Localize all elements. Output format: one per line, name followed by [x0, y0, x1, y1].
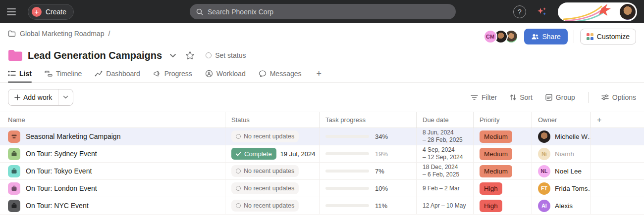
member-avatar-stack[interactable]: CM [483, 30, 518, 43]
task-name[interactable]: Seasonal Marketing Campaign [26, 132, 120, 140]
column-header-owner[interactable]: Owner [532, 112, 591, 128]
priority-cell[interactable]: Medium [474, 145, 532, 162]
status-ring-icon [236, 186, 241, 191]
due-date-cell[interactable]: 18 Dec, 2024– 6 Feb, 2025 [417, 163, 474, 179]
table-row[interactable]: On Tour: Sydney Event Complete 19 Jul, 2… [0, 145, 644, 163]
owner-cell[interactable]: NL Noel Lee [532, 163, 591, 179]
status-cell[interactable]: No recent updates [225, 197, 320, 214]
status-pill[interactable]: No recent updates [231, 130, 299, 142]
favorite-star-icon[interactable] [184, 49, 196, 61]
phoenix-illustration-icon [560, 2, 618, 21]
owner-name: Alexis [555, 202, 573, 210]
name-cell[interactable]: On Tour: NYC Event [0, 197, 225, 214]
status-pill[interactable]: No recent updates [231, 165, 299, 177]
ai-sparkle-icon[interactable] [535, 5, 549, 19]
add-work-button[interactable]: Add work [8, 89, 58, 105]
tab-label: Timeline [56, 70, 82, 78]
priority-pill[interactable]: Medium [480, 130, 512, 143]
due-date-cell[interactable]: 4 Sep, 2024– 12 Sep, 2024 [417, 145, 474, 162]
check-icon [236, 152, 241, 156]
tab-dashboard[interactable]: Dashboard [95, 65, 140, 82]
owner-cell[interactable]: Michelle W… [532, 128, 591, 145]
status-cell[interactable]: No recent updates [225, 128, 320, 145]
table-row[interactable]: On Tour: London Event No recent updates … [0, 180, 644, 197]
name-cell[interactable]: On Tour: London Event [0, 180, 225, 197]
account-pill[interactable] [558, 2, 637, 21]
table-row[interactable]: Seasonal Marketing Campaign No recent up… [0, 128, 644, 145]
share-button[interactable]: Share [524, 29, 568, 44]
filter-button[interactable]: Filter [471, 93, 497, 101]
due-date-cell[interactable]: 8 Jun, 2024– 28 Feb, 2025 [417, 128, 474, 145]
hamburger-menu-icon[interactable] [7, 6, 19, 18]
status-pill[interactable]: No recent updates [231, 182, 299, 194]
priority-cell[interactable]: High [474, 197, 532, 214]
status-cell[interactable]: No recent updates [225, 163, 320, 179]
divider [588, 92, 589, 103]
priority-cell[interactable]: Medium [474, 163, 532, 179]
due-date-cell[interactable]: 12 Apr – 10 May [417, 197, 474, 214]
due-date-start: 4 Sep, 2024 [423, 146, 463, 154]
tab-list[interactable]: List [8, 65, 32, 82]
table-row[interactable]: On Tour: Tokyo Event No recent updates 7… [0, 163, 644, 180]
due-date-cell[interactable]: 9 Feb – 2 Mar [417, 180, 474, 197]
column-header-priority[interactable]: Priority [474, 112, 532, 128]
priority-pill[interactable]: High [480, 182, 502, 195]
column-header-name[interactable]: Name [0, 112, 225, 128]
status-pill[interactable]: No recent updates [231, 200, 299, 212]
owner-cell[interactable]: AI Alexis [532, 197, 591, 214]
column-header-due-date[interactable]: Due date [417, 112, 474, 128]
priority-pill[interactable]: Medium [480, 165, 512, 177]
global-search[interactable] [190, 4, 456, 19]
priority-cell[interactable]: Medium [474, 128, 532, 145]
filter-label: Filter [482, 93, 497, 101]
progress-cell[interactable]: 7% [320, 163, 417, 179]
name-cell[interactable]: On Tour: Tokyo Event [0, 163, 225, 179]
status-cell[interactable]: Complete 19 Jul, 2024 [225, 145, 320, 162]
group-button[interactable]: Group [545, 93, 575, 101]
create-button[interactable]: + Create [28, 4, 74, 20]
help-button[interactable]: ? [513, 5, 526, 18]
tab-messages[interactable]: Messages [259, 65, 302, 82]
task-name[interactable]: On Tour: London Event [26, 184, 97, 192]
sort-button[interactable]: Sort [510, 93, 533, 101]
priority-pill[interactable]: Medium [480, 148, 512, 160]
complete-status-pill[interactable]: Complete [231, 148, 276, 160]
breadcrumb[interactable]: Global Marketing Roadmap / [8, 30, 110, 38]
task-name[interactable]: On Tour: NYC Event [26, 202, 89, 210]
add-column-button[interactable]: + [591, 112, 644, 128]
column-header-status[interactable]: Status [225, 112, 320, 128]
set-status-button[interactable]: Set status [206, 51, 246, 59]
progress-bar [325, 170, 369, 173]
task-name[interactable]: On Tour: Tokyo Event [26, 167, 92, 175]
owner-cell[interactable]: FT Frida Toms… [532, 180, 591, 197]
avatar-initials: AI [541, 203, 547, 209]
name-cell[interactable]: On Tour: Sydney Event [0, 145, 225, 162]
customize-button[interactable]: Customize [580, 29, 636, 44]
owner-cell[interactable]: Ni Niamh [532, 145, 591, 162]
briefcase-icon [8, 165, 20, 177]
progress-cell[interactable]: 19% [320, 145, 417, 162]
search-input[interactable] [208, 8, 450, 16]
status-cell[interactable]: No recent updates [225, 180, 320, 197]
title-chevron-down-icon[interactable] [167, 49, 179, 61]
progress-cell[interactable]: 10% [320, 180, 417, 197]
add-view-button[interactable]: + [315, 69, 324, 79]
briefcase-icon [8, 148, 20, 160]
tab-timeline[interactable]: Timeline [45, 65, 82, 82]
tab-workload[interactable]: Workload [205, 65, 246, 82]
table-row[interactable]: On Tour: NYC Event No recent updates 11%… [0, 197, 644, 215]
tab-progress[interactable]: Progress [153, 65, 192, 82]
task-name[interactable]: On Tour: Sydney Event [26, 150, 97, 158]
options-button[interactable]: Options [601, 93, 636, 101]
avatar[interactable]: CM [483, 30, 497, 43]
status-circle-icon [206, 52, 212, 58]
progress-cell[interactable]: 34% [320, 128, 417, 145]
user-avatar[interactable] [620, 4, 636, 20]
status-label: Complete [244, 150, 272, 158]
priority-cell[interactable]: High [474, 180, 532, 197]
add-work-caret-button[interactable] [58, 89, 73, 105]
progress-cell[interactable]: 11% [320, 197, 417, 214]
column-header-task-progress[interactable]: Task progress [320, 112, 417, 128]
name-cell[interactable]: Seasonal Marketing Campaign [0, 128, 225, 145]
priority-pill[interactable]: High [480, 200, 502, 212]
